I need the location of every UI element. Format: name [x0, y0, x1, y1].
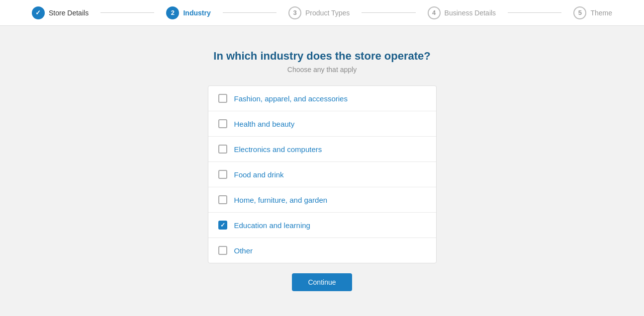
option-label-electronics: Electronics and computers — [234, 145, 322, 154]
step-line-1 — [100, 12, 154, 13]
checkbox-unchecked-health — [218, 119, 227, 128]
checkbox-other[interactable] — [218, 246, 227, 255]
option-label-education: Education and learning — [234, 221, 310, 230]
option-food[interactable]: Food and drink — [208, 162, 436, 187]
step-business-details[interactable]: 4 Business Details — [416, 6, 508, 19]
option-label-other: Other — [234, 246, 253, 255]
step-line-3 — [362, 12, 415, 13]
step-circle-product-types: 3 — [288, 6, 301, 19]
step-label-product-types: Product Types — [305, 9, 350, 17]
options-card: Fashion, apparel, and accessories Health… — [208, 85, 437, 263]
option-home[interactable]: Home, furniture, and garden — [208, 187, 436, 213]
step-circle-industry: 2 — [166, 6, 179, 19]
option-label-health: Health and beauty — [234, 120, 295, 128]
checkbox-food[interactable] — [218, 170, 227, 179]
stepper: ✓ Store Details 2 Industry 3 Product Typ… — [0, 0, 644, 26]
step-product-types[interactable]: 3 Product Types — [276, 6, 362, 19]
question-subheading: Choose any that apply — [208, 66, 437, 74]
checkbox-health[interactable] — [218, 119, 227, 128]
step-label-store-details: Store Details — [49, 9, 89, 17]
option-label-food: Food and drink — [234, 170, 284, 179]
step-theme[interactable]: 5 Theme — [561, 6, 624, 19]
step-label-theme: Theme — [590, 9, 612, 17]
checkbox-unchecked-fashion — [218, 94, 227, 103]
button-row: Continue — [208, 273, 437, 291]
checkbox-home[interactable] — [218, 195, 227, 204]
question-heading: In which industry does the store operate… — [208, 50, 437, 63]
step-circle-theme: 5 — [573, 6, 586, 19]
checkbox-unchecked-electronics — [218, 145, 227, 154]
question-block: In which industry does the store operate… — [208, 50, 437, 74]
content-box: In which industry does the store operate… — [208, 50, 437, 291]
checkbox-education[interactable]: ✓ — [218, 221, 227, 230]
checkbox-electronics[interactable] — [218, 145, 227, 154]
step-circle-store-details: ✓ — [32, 6, 45, 19]
step-circle-business-details: 4 — [428, 6, 441, 19]
option-label-fashion: Fashion, apparel, and accessories — [234, 94, 348, 103]
option-fashion[interactable]: Fashion, apparel, and accessories — [208, 86, 436, 111]
step-store-details[interactable]: ✓ Store Details — [20, 6, 100, 19]
option-health[interactable]: Health and beauty — [208, 111, 436, 137]
option-education[interactable]: ✓ Education and learning — [208, 213, 436, 238]
main-content: In which industry does the store operate… — [0, 26, 644, 311]
checkbox-unchecked-other — [218, 246, 227, 255]
step-industry[interactable]: 2 Industry — [154, 6, 222, 19]
checkbox-unchecked-food — [218, 170, 227, 179]
option-electronics[interactable]: Electronics and computers — [208, 137, 436, 162]
continue-button[interactable]: Continue — [292, 273, 352, 291]
step-line-4 — [508, 12, 561, 13]
step-label-industry: Industry — [183, 9, 210, 17]
step-label-business-details: Business Details — [445, 9, 496, 17]
checkbox-checked-education: ✓ — [218, 221, 227, 230]
option-other[interactable]: Other — [208, 238, 436, 263]
checkbox-unchecked-home — [218, 195, 227, 204]
option-label-home: Home, furniture, and garden — [234, 196, 328, 204]
step-line-2 — [223, 12, 276, 13]
checkbox-fashion[interactable] — [218, 94, 227, 103]
